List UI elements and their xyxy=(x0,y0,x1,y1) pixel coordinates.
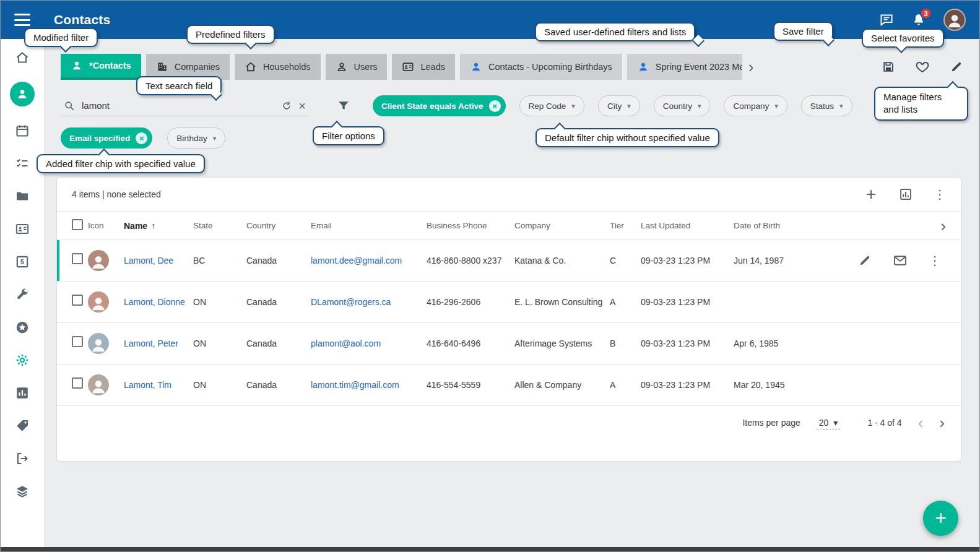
tab-leads[interactable]: Leads xyxy=(392,54,455,80)
tab-label: Leads xyxy=(420,62,445,72)
tabs-overflow-chevron-icon[interactable]: › xyxy=(747,59,755,75)
sidebar-item-tags-icon[interactable] xyxy=(10,417,35,434)
search-field[interactable]: × xyxy=(61,96,308,116)
items-per-page-select[interactable]: 20 ▾ xyxy=(817,416,841,429)
row-checkbox[interactable] xyxy=(72,253,83,264)
chip-city[interactable]: City ▾ xyxy=(598,95,640,116)
person-icon xyxy=(71,59,83,72)
email-link[interactable]: DLamont@rogers.ca xyxy=(311,297,391,307)
row-more-menu[interactable]: ⋮ xyxy=(929,254,941,267)
search-input[interactable] xyxy=(82,100,275,111)
person-icon xyxy=(637,61,649,73)
list-more-menu[interactable]: ⋮ xyxy=(934,188,946,201)
edit-contact-button[interactable] xyxy=(858,254,872,267)
sidebar-item-home-icon[interactable] xyxy=(10,49,35,66)
email-link[interactable]: plamont@aol.com xyxy=(311,339,381,348)
tab-users[interactable]: Users xyxy=(326,54,388,80)
tab-households[interactable]: Households xyxy=(235,54,321,80)
col-email[interactable]: Email xyxy=(311,212,427,240)
chip-status[interactable]: Status ▾ xyxy=(801,95,852,116)
cell-phone: 416-554-5559 xyxy=(427,364,514,406)
row-checkbox[interactable] xyxy=(72,377,83,389)
sidebar-item-contact-card-icon[interactable] xyxy=(10,220,35,238)
col-company[interactable]: Company xyxy=(514,212,610,240)
chip-label: Rep Code xyxy=(529,101,566,111)
cell-updated: 09-03-23 1:23 PM xyxy=(641,282,734,323)
chip-birthday[interactable]: Birthday ▾ xyxy=(167,127,225,149)
chat-icon[interactable] xyxy=(879,12,894,27)
tab-label: Contacts - Upcoming Birthdays xyxy=(488,62,612,72)
clear-search-icon[interactable]: × xyxy=(298,100,306,112)
sidebar-item-card-5-icon[interactable] xyxy=(10,253,35,270)
notifications-bell-icon[interactable]: 3 xyxy=(911,12,926,27)
refresh-icon[interactable] xyxy=(281,100,292,111)
contact-name-link[interactable]: Lamont, Dee xyxy=(124,256,173,265)
notification-badge: 3 xyxy=(920,7,932,19)
manage-filters-button[interactable] xyxy=(950,60,963,74)
sidebar-item-tasks-icon[interactable] xyxy=(10,155,35,172)
chip-country[interactable]: Country ▾ xyxy=(654,95,711,116)
favorites-button[interactable] xyxy=(915,59,930,74)
next-page-chevron-icon[interactable]: › xyxy=(939,415,945,431)
chip-company[interactable]: Company ▾ xyxy=(724,95,787,116)
col-tier[interactable]: Tier xyxy=(610,212,641,240)
row-checkbox[interactable] xyxy=(72,295,83,306)
pencil-icon xyxy=(858,254,872,267)
table-row[interactable]: Lamont, Tim ON Canada lamont.tim@gmail.c… xyxy=(57,364,961,406)
table-row[interactable]: Lamont, Dee BC Canada lamont.dee@gmail.c… xyxy=(57,240,961,282)
row-checkbox[interactable] xyxy=(72,336,83,347)
contact-name-link[interactable]: Lamont, Peter xyxy=(124,339,178,348)
sidebar-item-tools-icon[interactable] xyxy=(10,286,35,303)
col-state[interactable]: State xyxy=(193,212,246,240)
email-link[interactable]: lamont.dee@gmail.com xyxy=(311,256,402,265)
more-columns-chevron-icon[interactable]: › xyxy=(939,217,947,235)
chip-rep-code[interactable]: Rep Code ▾ xyxy=(519,95,584,116)
callout-saved-filters: Saved user-defined filters and lists xyxy=(535,22,695,41)
add-contact-fab[interactable]: + xyxy=(923,501,958,536)
content-area: *Contacts Companies Households Users Lea… xyxy=(45,39,979,547)
table-row[interactable]: Lamont, Peter ON Canada plamont@aol.com … xyxy=(57,323,961,364)
sidebar-item-layers-icon[interactable] xyxy=(10,483,35,500)
filter-options-button[interactable] xyxy=(337,99,350,113)
sidebar-item-documents-icon[interactable] xyxy=(10,188,35,205)
tab-saved-upcoming-birthdays[interactable]: Contacts - Upcoming Birthdays xyxy=(460,54,622,80)
chip-email-specified[interactable]: Email specified × xyxy=(61,127,152,149)
save-filter-button[interactable] xyxy=(882,60,895,74)
col-name-sortable[interactable]: Name↑ xyxy=(124,212,193,240)
col-country[interactable]: Country xyxy=(246,212,311,240)
sidebar-item-reports-icon[interactable] xyxy=(10,384,35,402)
chip-client-state[interactable]: Client State equals Active × xyxy=(373,95,506,116)
sidebar-item-calendar-icon[interactable] xyxy=(10,122,35,139)
user-avatar[interactable] xyxy=(943,9,966,31)
window-bottom-edge xyxy=(1,547,979,551)
previous-page-chevron-icon[interactable]: ‹ xyxy=(918,415,924,431)
sidebar-item-featured-icon[interactable] xyxy=(10,319,35,336)
remove-chip-icon[interactable]: × xyxy=(489,100,501,112)
menu-icon[interactable] xyxy=(14,14,30,26)
contact-name-link[interactable]: Lamont, Tim xyxy=(124,380,171,390)
col-updated[interactable]: Last Updated xyxy=(641,212,734,240)
remove-chip-icon[interactable]: × xyxy=(136,132,147,144)
send-email-button[interactable] xyxy=(893,253,908,268)
cell-company: E. L. Brown Consulting xyxy=(514,282,610,323)
contact-name-link[interactable]: Lamont, Dionne xyxy=(124,297,185,307)
plus-icon xyxy=(864,188,878,201)
sidebar-item-contacts-icon[interactable] xyxy=(10,82,35,106)
col-dob[interactable]: Date of Birth xyxy=(734,212,809,240)
email-link[interactable]: lamont.tim@gmail.com xyxy=(311,380,399,390)
contact-avatar xyxy=(88,250,109,271)
select-all-checkbox[interactable] xyxy=(72,219,83,230)
column-chart-button[interactable] xyxy=(899,188,913,201)
cell-country: Canada xyxy=(246,282,311,323)
tab-contacts[interactable]: *Contacts xyxy=(61,54,141,80)
table-row[interactable]: Lamont, Dionne ON Canada DLamont@rogers.… xyxy=(57,282,961,323)
sidebar-item-sign-out-icon[interactable] xyxy=(10,450,35,467)
col-phone[interactable]: Business Phone xyxy=(427,212,514,240)
funnel-icon xyxy=(337,99,350,113)
chip-label: Company xyxy=(733,101,769,111)
sidebar-item-settings-icon[interactable] xyxy=(10,351,35,369)
plus-icon: + xyxy=(935,507,947,530)
cell-tier: B xyxy=(610,323,641,364)
add-record-button[interactable] xyxy=(864,188,878,201)
tab-saved-spring-event[interactable]: Spring Event 2023 Me xyxy=(627,54,742,80)
